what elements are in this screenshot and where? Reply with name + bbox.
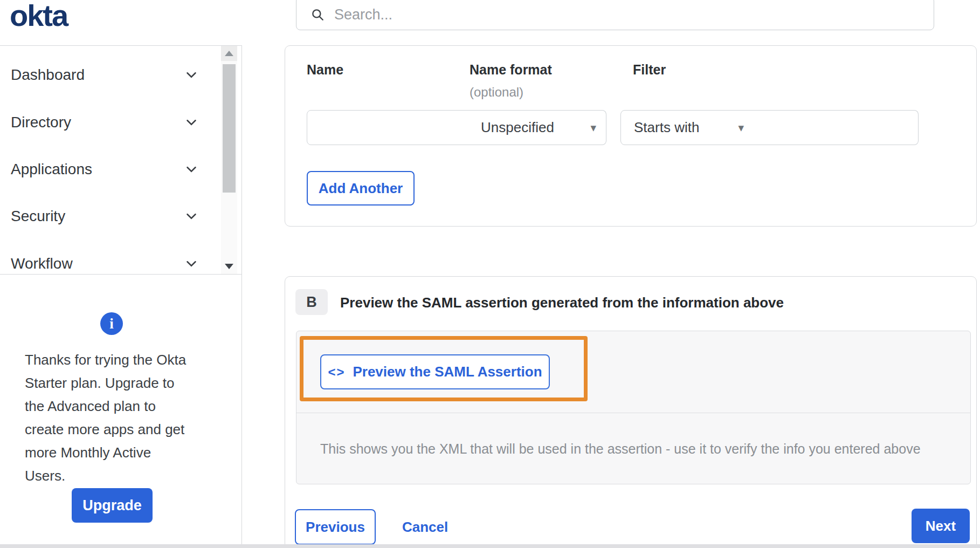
bottom-edge-strip	[0, 544, 980, 548]
preview-saml-assertion-button[interactable]: <> Preview the SAML Assertion	[320, 354, 550, 389]
preview-description-row: This shows you the XML that will be used…	[296, 414, 970, 484]
preview-saml-button-label: Preview the SAML Assertion	[353, 364, 542, 380]
info-icon: i	[100, 312, 123, 335]
scroll-down-button[interactable]	[221, 259, 237, 274]
chevron-down-icon	[183, 208, 199, 224]
preview-description: This shows you the XML that will be used…	[320, 441, 921, 457]
name-format-optional-hint: (optional)	[470, 85, 523, 100]
divider	[241, 45, 242, 548]
name-column-label: Name	[307, 62, 343, 78]
name-format-select-value: Unspecified	[481, 119, 554, 136]
name-format-column-label: Name format	[470, 62, 552, 78]
sidebar-item-label: Directory	[11, 114, 71, 131]
upgrade-button[interactable]: Upgrade	[72, 488, 153, 523]
chevron-down-icon	[183, 114, 199, 131]
chevron-down-icon	[183, 161, 199, 177]
chevron-down-icon	[183, 256, 199, 272]
sidebar-item-dashboard[interactable]: Dashboard	[0, 66, 221, 84]
filter-operator-select-value: Starts with	[634, 119, 699, 136]
search-bar	[296, 0, 934, 30]
sidebar-item-label: Workflow	[11, 255, 73, 272]
name-input[interactable]	[307, 110, 468, 145]
previous-button[interactable]: Previous	[295, 509, 376, 545]
step-badge: B	[295, 289, 328, 315]
filter-value-input[interactable]	[754, 110, 919, 145]
attribute-form-panel: Name Name format (optional) Filter Unspe…	[285, 45, 977, 227]
divider	[0, 274, 241, 275]
sidebar-item-directory[interactable]: Directory	[0, 113, 221, 132]
sidebar-scrollbar	[221, 46, 237, 274]
search-input[interactable]	[334, 6, 934, 23]
scrollbar-thumb[interactable]	[223, 64, 236, 193]
upgrade-note: Thanks for trying the Okta Starter plan.…	[25, 348, 192, 488]
name-format-select[interactable]: Unspecified ▾	[468, 110, 606, 145]
chevron-down-icon	[183, 67, 199, 83]
scroll-up-button[interactable]	[221, 46, 237, 61]
sidebar-item-label: Security	[11, 208, 65, 225]
preview-box: <> Preview the SAML Assertion This shows…	[296, 331, 971, 484]
app-frame: okta Dashboard Directory Applications Se…	[0, 0, 980, 548]
caret-down-icon: ▾	[738, 121, 744, 134]
section-heading: Preview the SAML assertion generated fro…	[340, 294, 784, 311]
preview-box-top: <> Preview the SAML Assertion	[296, 331, 970, 413]
code-icon: <>	[328, 365, 345, 380]
sidebar-item-label: Dashboard	[11, 66, 85, 84]
add-another-button[interactable]: Add Another	[307, 171, 415, 206]
sidebar-item-label: Applications	[11, 161, 92, 178]
cancel-link[interactable]: Cancel	[402, 509, 448, 545]
next-button[interactable]: Next	[912, 509, 970, 543]
okta-logo[interactable]: okta	[10, 0, 67, 33]
sidebar-item-security[interactable]: Security	[0, 207, 221, 225]
preview-section-panel: B Preview the SAML assertion generated f…	[285, 276, 977, 548]
triangle-up-icon	[225, 51, 233, 56]
filter-operator-select[interactable]: Starts with ▾	[620, 110, 754, 145]
filter-column-label: Filter	[633, 62, 666, 78]
triangle-down-icon	[225, 264, 233, 269]
divider	[0, 45, 241, 46]
sidebar-item-workflow[interactable]: Workflow	[0, 255, 221, 273]
caret-down-icon: ▾	[590, 121, 596, 134]
sidebar-item-applications[interactable]: Applications	[0, 160, 221, 179]
search-icon	[310, 8, 325, 22]
